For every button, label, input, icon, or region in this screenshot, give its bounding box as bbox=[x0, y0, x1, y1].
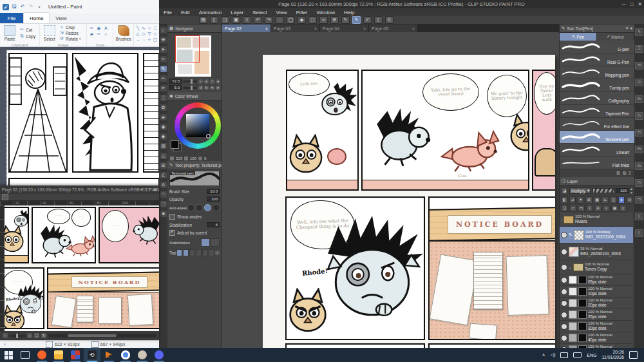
stabilize-mode-a-button[interactable] bbox=[201, 238, 210, 247]
zoom-out-icon[interactable]: − bbox=[3, 333, 8, 338]
cut-button[interactable]: ✂Cut bbox=[19, 27, 35, 33]
sub-tool-header[interactable]: ✎ Sub Tool[Pen] ≡ ▾ bbox=[560, 24, 634, 33]
fill-tool-icon[interactable]: ◉ bbox=[95, 26, 102, 31]
task-view-button[interactable] bbox=[17, 348, 33, 362]
sub-tool-item[interactable]: G-pen bbox=[560, 41, 634, 53]
material-folder-icon[interactable]: 🗀 bbox=[635, 179, 643, 187]
aa-weak-button[interactable] bbox=[196, 204, 203, 211]
layer-effect-icon[interactable]: ◪ bbox=[561, 187, 568, 195]
opacity-input[interactable]: 100 bbox=[207, 196, 220, 202]
visibility-eye-icon[interactable] bbox=[561, 312, 567, 318]
tab-close-icon[interactable]: × bbox=[314, 26, 317, 31]
tone-thumbnail[interactable] bbox=[569, 322, 577, 330]
language-indicator[interactable]: ENG bbox=[587, 353, 596, 357]
color-cursor[interactable] bbox=[206, 134, 211, 138]
panel-menu-icon[interactable]: ≡ bbox=[626, 26, 629, 31]
tab-page-03[interactable]: Page 03× bbox=[271, 24, 320, 32]
layer-thumbnail[interactable] bbox=[574, 230, 584, 240]
visibility-eye-icon[interactable] bbox=[561, 289, 567, 295]
horizontal-scrollbar[interactable] bbox=[48, 334, 156, 338]
flip-horizontal-icon[interactable]: ⇋ bbox=[210, 86, 214, 90]
mask-thumbnail[interactable] bbox=[578, 334, 587, 342]
paint-titlebar[interactable]: 🖌 🖫 ↶ ↷ ▾ Untitled - Paint bbox=[0, 0, 159, 14]
sub-tool-item[interactable]: Mapping pen bbox=[560, 66, 634, 79]
panel-collapse-icon[interactable]: ▾ bbox=[630, 26, 632, 31]
csp-canvas[interactable]: Lets see Yaki, lets go to the event boar… bbox=[222, 32, 559, 348]
lock-layer-icon[interactable]: ◘ bbox=[585, 196, 592, 204]
eyedropper-tool-icon[interactable]: ✑ bbox=[160, 56, 167, 62]
export-icon[interactable]: ⇩ bbox=[243, 16, 251, 24]
layer-row-dot[interactable]: 100 % Normal20pc dote bbox=[560, 298, 633, 309]
save-icon[interactable]: ▣ bbox=[232, 16, 240, 24]
zoom-in-icon[interactable]: + bbox=[204, 79, 209, 84]
pen-pressure-icon[interactable]: ✎ bbox=[341, 16, 350, 24]
menu-select[interactable]: Select bbox=[248, 10, 271, 15]
stabilize-mode-b-button[interactable] bbox=[211, 238, 220, 247]
visibility-eye-icon[interactable] bbox=[561, 249, 567, 255]
set-ref-icon[interactable]: ✦ bbox=[577, 196, 584, 204]
redo-icon[interactable]: ↷ bbox=[28, 4, 34, 10]
menu-animation[interactable]: Animation bbox=[194, 10, 227, 15]
tone-thumbnail[interactable] bbox=[569, 334, 577, 342]
fill-tool-icon[interactable]: ◆ bbox=[160, 133, 167, 140]
layer-panel-header[interactable]: ❏ Layer bbox=[560, 177, 634, 186]
color-picker-icon[interactable]: ✑ bbox=[95, 32, 102, 37]
blend-mode-select[interactable]: Multiply▾ bbox=[569, 187, 591, 194]
collapse-icon[interactable]: ⌄ bbox=[569, 265, 572, 269]
mask-thumbnail[interactable] bbox=[578, 276, 587, 284]
sub-tool-item-selected[interactable]: Textured pen bbox=[560, 131, 634, 144]
enable-mask-icon[interactable]: ◫ bbox=[610, 196, 617, 204]
pencil-tool-icon[interactable]: ✏ bbox=[88, 26, 95, 31]
navigator-header[interactable]: ▦ Navigator bbox=[167, 24, 222, 33]
mask-icon[interactable]: ◧ bbox=[561, 196, 568, 204]
taskbar-gimp[interactable] bbox=[134, 348, 151, 362]
callout-shape-icon[interactable]: ◌ bbox=[141, 37, 146, 43]
undo-icon[interactable]: ↶ bbox=[19, 4, 26, 10]
visibility-eye-icon[interactable] bbox=[561, 232, 567, 238]
reference-page-icon[interactable]: ▯ bbox=[374, 16, 383, 24]
material-page-icon[interactable]: ▯ bbox=[635, 213, 643, 220]
star-shape-icon[interactable]: ☆ bbox=[153, 32, 158, 37]
tab-pen[interactable]: ✎Pen bbox=[560, 33, 597, 41]
doc-options-icon[interactable] bbox=[2, 194, 8, 200]
maximize-icon[interactable]: □ bbox=[630, 1, 633, 7]
ruler-tool-icon[interactable]: ∠ bbox=[160, 172, 167, 178]
adjust-by-speed-checkbox[interactable] bbox=[169, 230, 175, 236]
layer-opacity-value[interactable]: 100 bbox=[616, 188, 629, 193]
visibility-eye-icon[interactable] bbox=[561, 323, 567, 330]
visibility-eye-icon[interactable] bbox=[561, 277, 567, 283]
material-folder-icon[interactable]: 🗀 bbox=[635, 95, 643, 103]
maximize-icon[interactable]: □ bbox=[146, 187, 149, 193]
selection-tool-icon[interactable]: ⬚ bbox=[160, 201, 167, 207]
minimize-icon[interactable]: ─ bbox=[622, 1, 626, 7]
fit-screen-icon[interactable]: ⛶ bbox=[210, 79, 214, 84]
taper-seg[interactable] bbox=[183, 249, 189, 256]
workspace-icon[interactable]: ▤ bbox=[199, 16, 207, 24]
brush-tool-icon[interactable]: ✒ bbox=[160, 85, 167, 91]
menu-file[interactable]: File bbox=[159, 10, 176, 15]
main-color-swatch[interactable] bbox=[171, 140, 179, 149]
start-button[interactable] bbox=[0, 348, 17, 362]
sub-tool-item[interactable]: Flat lines bbox=[560, 157, 634, 169]
two-pane-icon[interactable]: ⧉ bbox=[626, 196, 633, 204]
touch-keyboard-icon[interactable] bbox=[573, 352, 582, 357]
color-wheel-header[interactable]: ◉ Color Wheel bbox=[167, 92, 222, 100]
pen-tool-icon[interactable]: ✎ bbox=[160, 66, 167, 72]
rectangle-shape-icon[interactable]: □ bbox=[153, 26, 158, 31]
taskbar-brave[interactable] bbox=[33, 348, 50, 362]
brushes-button[interactable]: Brushes bbox=[115, 24, 132, 41]
save-icon[interactable]: 🖫 bbox=[11, 4, 17, 10]
taper-seg[interactable] bbox=[189, 249, 195, 256]
material-folder-icon[interactable]: 🗀 bbox=[635, 146, 643, 153]
brush-size-input[interactable]: 10.0 bbox=[207, 189, 220, 194]
clock[interactable]: 20:26 11/01/2026 bbox=[601, 350, 624, 361]
tab-page-04[interactable]: Page 04× bbox=[320, 24, 369, 32]
figure-tool-icon[interactable]: △ bbox=[160, 153, 167, 159]
tab-view[interactable]: View bbox=[50, 13, 72, 23]
text-tool-icon[interactable]: A bbox=[160, 182, 167, 188]
menu-window[interactable]: Window bbox=[312, 10, 339, 15]
rotation-slider[interactable] bbox=[183, 87, 197, 89]
saturation-value-square[interactable] bbox=[186, 114, 209, 137]
delete-layer-icon[interactable]: ▯ bbox=[620, 205, 627, 212]
arrow-shape-icon[interactable]: → bbox=[135, 37, 140, 43]
